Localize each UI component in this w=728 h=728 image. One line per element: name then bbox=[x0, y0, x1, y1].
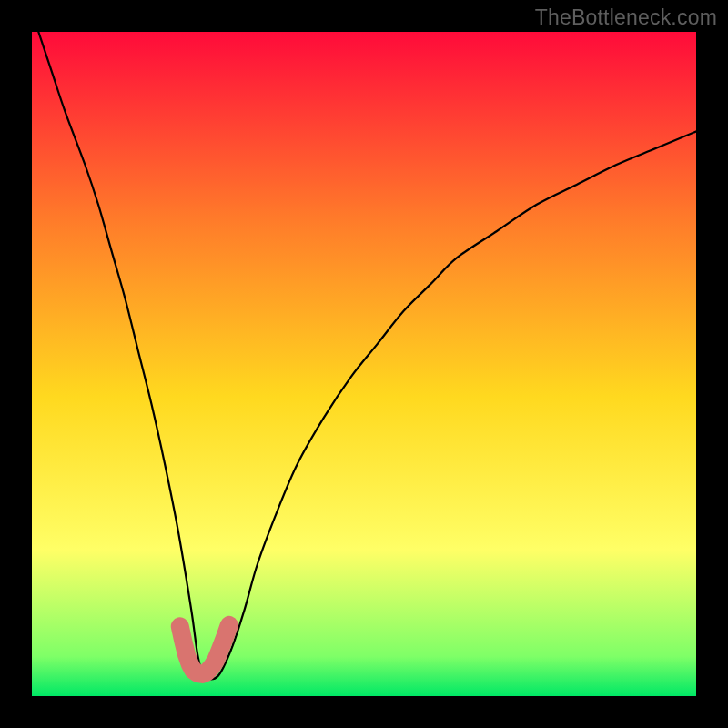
chart-frame: TheBottleneck.com bbox=[0, 0, 728, 728]
attribution-label: TheBottleneck.com bbox=[535, 5, 717, 30]
chart-plot-area bbox=[32, 32, 696, 696]
chart-svg bbox=[32, 32, 696, 696]
gradient-background bbox=[32, 32, 696, 696]
